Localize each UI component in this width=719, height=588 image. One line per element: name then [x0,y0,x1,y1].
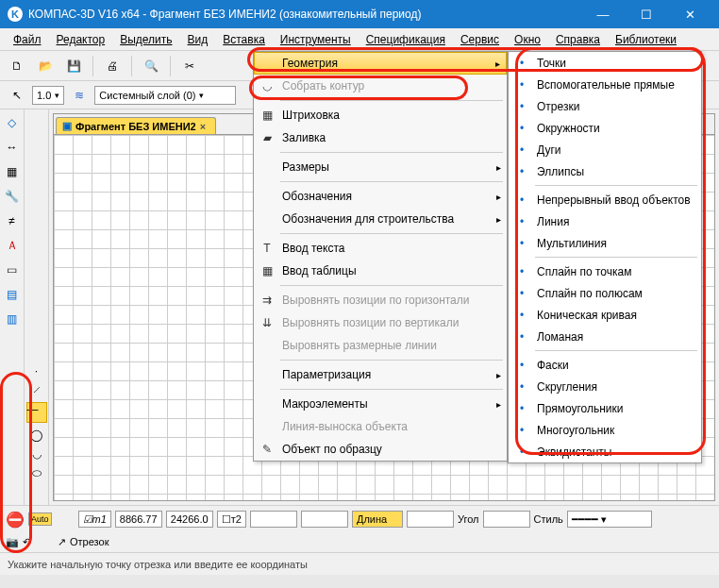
app-icon: K [8,7,23,22]
menu-item[interactable]: Параметризация▸ [254,363,507,386]
submenu-item[interactable]: •Отрезки [509,95,701,117]
menu-item[interactable]: Обозначения для строительства▸ [254,208,507,230]
print-button[interactable]: 🖨 [101,55,124,77]
segment-tool[interactable]: — [26,402,47,423]
close-button[interactable]: ✕ [668,8,711,22]
submenu-item[interactable]: •Сплайн по точкам [509,260,701,282]
undo-icon[interactable]: ↶ [23,536,31,548]
t2-x-field[interactable] [250,511,297,528]
cursor-tool[interactable]: ↖ [6,84,28,107]
spec-toolset-icon[interactable]: ▤ [3,285,22,304]
menu-item[interactable]: TВвод текста [254,237,507,260]
submenu-item[interactable]: •Многоугольник [509,419,701,441]
save-button[interactable]: 💾 [62,55,85,77]
tab-close-icon[interactable]: × [200,121,206,132]
submenu-item[interactable]: •Коническая кривая [509,304,701,326]
menu-spec[interactable]: Спецификация [359,31,453,48]
minimize-button[interactable]: — [581,8,625,22]
menu-tools[interactable]: Инструменты [273,31,359,48]
tab-label: Фрагмент БЕЗ ИМЕНИ2 [75,121,196,132]
cut-button[interactable]: ✂ [178,55,201,77]
style-label: Стиль [534,513,563,525]
param-toolset-icon[interactable]: ≠ [3,211,22,230]
select-toolset-icon[interactable]: ▭ [3,260,22,279]
submenu-item[interactable]: •Мультилиния [509,232,701,254]
tools-dropdown: Геометрия▸◡Собрать контур▦Штриховка▰Зали… [253,51,508,462]
arc-tool[interactable]: ◡ [32,447,42,461]
submenu-item[interactable]: •Окружности [509,117,701,139]
layers-icon[interactable]: ≋ [68,84,91,107]
submenu-item[interactable]: •Линия [509,210,701,232]
menu-item[interactable]: Размеры▸ [254,156,507,178]
menu-libs[interactable]: Библиотеки [608,31,684,48]
menu-item[interactable]: ✎Объект по образцу [254,438,507,461]
mode-label: Отрезок [70,536,109,547]
scale-combo[interactable]: 1.0▾ [32,86,64,105]
reports-toolset-icon[interactable]: ▥ [3,310,22,328]
preview-button[interactable]: 🔍 [140,55,162,77]
footer-strip [0,575,719,588]
circle-tool[interactable]: ◯ [30,428,42,442]
length-field[interactable] [407,511,454,528]
menu-view[interactable]: Вид [180,31,216,48]
maximize-button[interactable]: ☐ [625,8,668,22]
left-toolbar-1: ◇ ↔ ▦ 🔧 ≠ Ａ ▭ ▤ ▥ [0,109,25,505]
menu-item: ◡Собрать контур [254,75,507,97]
menu-item: ⇉Выровнять позиции по горизонтали [254,289,507,311]
submenu-item[interactable]: •Непрерывный ввод объектов [509,189,701,210]
segment-mode-icon: ↗ [58,536,66,548]
submenu-item[interactable]: •Эллипсы [509,160,701,182]
property-bar: ⛔ Auto ☑т1 8866.77 24266.0 ☐т2 Длина Уго… [0,505,719,552]
measure-toolset-icon[interactable]: Ａ [3,236,22,255]
point-tool[interactable]: · [35,364,38,378]
menu-item[interactable]: ▰Заливка [254,126,507,149]
stop-icon[interactable]: ⛔ [6,511,25,529]
submenu-item[interactable]: •Скругления [509,376,701,397]
menu-item[interactable]: Геометрия▸ [254,52,507,75]
submenu-item[interactable]: •Сплайн по полюсам [509,282,701,304]
menu-item: Выровнять размерные линии [254,334,507,357]
status-text: Укажите начальную точку отрезка или введ… [8,559,308,570]
menu-item[interactable]: ▦Ввод таблицы [254,260,507,282]
submenu-item[interactable]: •Дуги [509,139,701,160]
submenu-item[interactable]: •Прямоугольники [509,397,701,419]
submenu-item[interactable]: •Точки [509,52,701,74]
t1-x-field[interactable]: 8866.77 [115,511,162,528]
dims-toolset-icon[interactable]: ↔ [3,138,22,157]
menu-service[interactable]: Сервис [453,31,507,48]
menu-file[interactable]: Файл [6,31,49,48]
submenu-item[interactable]: •Фаски [509,354,701,376]
style-combo[interactable]: ━━━━ ▾ [567,511,652,528]
menu-select[interactable]: Выделить [112,31,179,48]
layer-combo[interactable]: Системный слой (0)▾ [94,86,236,105]
submenu-item[interactable]: •Ломаная [509,326,701,347]
t1-y-field[interactable]: 24266.0 [166,511,213,528]
document-tab[interactable]: ▣ Фрагмент БЕЗ ИМЕНИ2 × [56,117,216,134]
angle-field[interactable] [483,511,530,528]
edit-toolset-icon[interactable]: 🔧 [3,187,22,206]
open-button[interactable]: 📂 [34,55,57,77]
t2-label: ☐т2 [217,511,246,528]
status-bar: Укажите начальную точку отрезка или введ… [0,552,719,575]
angle-label: Угол [458,513,479,525]
submenu-item[interactable]: •Эквидистанты [509,441,701,462]
menu-item[interactable]: ▦Штриховка [254,104,507,126]
grid-toolset-icon[interactable]: ▦ [3,162,22,181]
menu-window[interactable]: Окно [507,31,548,48]
geometry-toolset-icon[interactable]: ◇ [3,113,22,132]
menu-help[interactable]: Справка [548,31,608,48]
new-button[interactable]: 🗋 [6,55,28,77]
auto-icon[interactable]: Auto [28,512,52,526]
submenu-item[interactable]: •Вспомогательные прямые [509,74,701,95]
geometry-submenu: •Точки•Вспомогательные прямые•Отрезки•Ок… [508,51,702,463]
menu-editor[interactable]: Редактор [49,31,113,48]
t2-y-field[interactable] [301,511,348,528]
menu-item[interactable]: Обозначения▸ [254,185,507,208]
menu-item[interactable]: Макроэлементы▸ [254,393,507,415]
aux-line-tool[interactable]: ⟋ [31,383,42,396]
t1-label: ☑т1 [78,511,111,528]
menu-insert[interactable]: Вставка [215,31,273,48]
doc-icon: ▣ [62,120,72,132]
camera-icon[interactable]: 📷 [6,536,19,548]
ellipse-tool[interactable]: ⬭ [32,466,42,479]
